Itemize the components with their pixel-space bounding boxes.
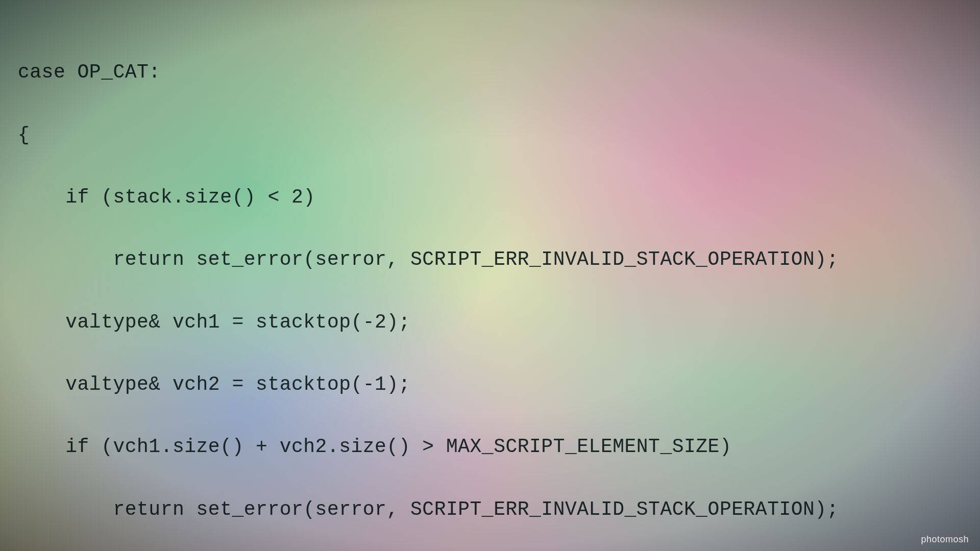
- code-line: {: [18, 119, 970, 151]
- code-line: valtype& vch2 = stacktop(-1);: [18, 369, 970, 400]
- code-line: if (stack.size() < 2): [18, 182, 970, 213]
- watermark-text: photomosh: [921, 534, 969, 545]
- code-line: case OP_CAT:: [18, 57, 970, 88]
- code-block: case OP_CAT: { if (stack.size() < 2) ret…: [18, 26, 970, 551]
- code-line: return set_error(serror, SCRIPT_ERR_INVA…: [18, 494, 970, 525]
- code-line: if (vch1.size() + vch2.size() > MAX_SCRI…: [18, 431, 970, 462]
- code-line: valtype& vch1 = stacktop(-2);: [18, 307, 970, 338]
- code-line: return set_error(serror, SCRIPT_ERR_INVA…: [18, 244, 970, 275]
